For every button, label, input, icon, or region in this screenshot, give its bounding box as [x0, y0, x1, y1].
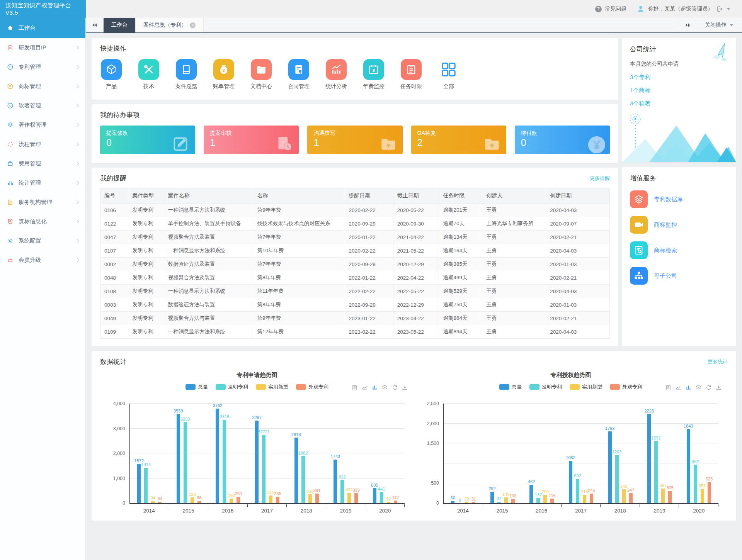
line-chart-icon[interactable] — [676, 385, 681, 390]
quick-op-case-overview[interactable]: 案件总览 — [175, 59, 197, 90]
sidebar-item-standard[interactable]: 贯标信息化 — [0, 212, 85, 231]
bar[interactable]: 2223 — [647, 414, 651, 503]
sidebar-item-copyright[interactable]: 著作权管理 — [0, 115, 85, 134]
bar[interactable]: 116 — [550, 499, 554, 503]
legend-item[interactable]: 总量 — [186, 384, 208, 390]
quick-op-stat-analysis[interactable]: 统计分析 — [325, 59, 347, 90]
bar[interactable]: 441 — [380, 492, 383, 503]
close-operations-dropdown[interactable]: 关闭操作 — [696, 18, 742, 32]
tabs-scroll-right-icon[interactable] — [679, 18, 696, 32]
bar[interactable]: 3233 — [184, 422, 187, 503]
more-stats-link[interactable]: 更多统计 — [708, 358, 728, 365]
table-row[interactable]: 0049发明专利视频聚合方法与装置第9年年费2023-01-222023-04-… — [100, 312, 610, 325]
bar[interactable]: 245 — [590, 494, 593, 503]
bar[interactable]: 37 — [497, 502, 501, 503]
bar[interactable]: 254 — [237, 497, 240, 503]
service-subsidiaries[interactable]: 母子公司 — [630, 267, 728, 285]
bar[interactable]: 422 — [347, 493, 351, 503]
bar[interactable]: 32721 — [262, 435, 265, 503]
line-chart-icon[interactable] — [362, 385, 368, 390]
user-menu[interactable]: 你好，某某（超级管理员） — [636, 5, 730, 13]
bar[interactable]: 106 — [511, 499, 515, 503]
bar[interactable]: 1062 — [569, 461, 572, 503]
legend-item[interactable]: 发明专利 — [216, 384, 248, 390]
sidebar-item-member[interactable]: 会员升级 — [0, 250, 85, 270]
bar[interactable]: 1203 — [615, 455, 619, 503]
sidebar-item-patent[interactable]: P专利管理 — [0, 57, 85, 76]
bar[interactable]: 292 — [490, 492, 494, 503]
bar[interactable]: 922 — [340, 480, 344, 503]
company-stat-link-2[interactable]: 3个软著 — [630, 100, 728, 107]
legend-item[interactable]: 外观专利 — [296, 384, 328, 390]
quick-op-annuity[interactable]: ¥年费监控 — [362, 59, 385, 90]
restore-icon[interactable] — [706, 385, 711, 390]
tab-workbench[interactable]: 工作台 — [104, 18, 136, 32]
table-row[interactable]: 0048发明专利视频聚合方法及装置第8年年费2022-01-222022-04-… — [100, 271, 610, 285]
table-row[interactable]: 0109发明专利一种消息显示方法和系统第12年年费2023-02-222023-… — [100, 325, 610, 339]
legend-item[interactable]: 发明专利 — [529, 384, 562, 390]
todo-card-oa-reply[interactable]: OA答复2 — [411, 126, 506, 154]
bar[interactable]: 1792 — [608, 431, 612, 503]
tab-close-icon[interactable]: × — [190, 22, 196, 28]
quick-op-task-limit[interactable]: 任务时限 — [400, 59, 422, 90]
bar[interactable]: 265 — [276, 497, 279, 503]
bar[interactable]: 1414 — [144, 468, 148, 503]
bar[interactable]: 3762 — [216, 409, 219, 503]
table-row[interactable]: 0106发明专利一种消息显示方法和系统第9年年费2020-02-222020-0… — [100, 204, 610, 217]
bar[interactable]: 31 — [472, 502, 475, 503]
bar[interactable]: 3318 — [223, 420, 226, 503]
bar[interactable]: 209 — [543, 495, 547, 503]
bar[interactable]: 94 — [151, 501, 155, 503]
company-stat-link-0[interactable]: 3个专利 — [630, 74, 728, 81]
bar[interactable]: 1882 — [301, 456, 305, 503]
bar[interactable]: 247 — [629, 493, 633, 503]
restore-icon[interactable] — [392, 385, 398, 390]
bar[interactable]: 60 — [451, 501, 454, 503]
sidebar-item-software[interactable]: C软著管理 — [0, 96, 85, 115]
todo-card-proposal-edit[interactable]: 提案修改0 — [100, 126, 195, 154]
data-view-icon[interactable] — [352, 385, 357, 390]
quick-op-tech[interactable]: 技术 — [138, 59, 160, 90]
sidebar-item-config[interactable]: 系统配置 — [0, 231, 85, 250]
bar-chart-icon[interactable] — [372, 385, 378, 390]
bar[interactable]: 149 — [504, 497, 508, 503]
download-icon[interactable] — [402, 385, 408, 390]
bar[interactable]: 112 — [394, 501, 397, 503]
bar[interactable]: 367 — [661, 489, 665, 503]
bar[interactable]: 311 — [269, 496, 272, 503]
table-row[interactable]: 0107发明专利一种消息显示方法和系统第10年年费2020-02-222021-… — [100, 244, 610, 258]
faq-link[interactable]: ? 常见问题 — [595, 5, 626, 12]
table-row[interactable]: 0122发明专利单手控制方法、装置及手持设备找技术效果与技术点的对应关系2020… — [100, 217, 610, 231]
quick-op-product[interactable]: 产品 — [100, 59, 123, 90]
logout-icon[interactable] — [716, 5, 723, 13]
quick-op-all[interactable]: 全部 — [437, 59, 460, 90]
tabs-scroll-left-icon[interactable] — [86, 18, 104, 32]
quick-op-contract[interactable]: 合同管理 — [288, 59, 310, 90]
sidebar-item-fee[interactable]: 费用管理 — [0, 154, 85, 173]
tab-case-overview[interactable]: 案件总览（专利） × — [136, 18, 204, 32]
more-reminders-link[interactable]: 更多提醒 — [590, 175, 610, 182]
sidebar-item-agency[interactable]: 服务机构管理 — [0, 192, 85, 212]
bar[interactable]: 462 — [529, 485, 533, 503]
bar[interactable]: 215 — [583, 495, 586, 503]
download-icon[interactable] — [716, 385, 722, 390]
sidebar-item-rd-project-ip[interactable]: 研发项目IP — [0, 38, 85, 57]
todo-card-pending-payment[interactable]: 待付款0 — [515, 126, 610, 154]
bar[interactable]: 962 — [694, 465, 697, 503]
bar[interactable]: 29 — [465, 502, 468, 503]
bar[interactable]: 605 — [373, 488, 376, 503]
bar[interactable]: 399 — [354, 493, 358, 503]
bar[interactable]: 52 — [387, 502, 390, 503]
company-stat-link-1[interactable]: 1个商标 — [630, 87, 728, 94]
bar[interactable]: 3559 — [177, 414, 180, 503]
quick-op-docs[interactable]: 文档中心 — [250, 59, 272, 90]
data-view-icon[interactable] — [665, 385, 671, 390]
bar-chart-icon[interactable] — [686, 385, 691, 390]
table-row[interactable]: 0108发明专利一种消息显示方法和系统第11年年费2022-02-222022-… — [100, 285, 610, 298]
sidebar-item-trademark[interactable]: R商标管理 — [0, 76, 85, 96]
bar[interactable]: 1572 — [137, 464, 141, 503]
quick-op-billing[interactable]: ¥账单管理 — [213, 59, 235, 90]
service-tm-search[interactable]: 商标检索 — [630, 241, 728, 259]
bar[interactable]: 355 — [308, 494, 312, 503]
bar[interactable]: 1743 — [334, 460, 337, 503]
